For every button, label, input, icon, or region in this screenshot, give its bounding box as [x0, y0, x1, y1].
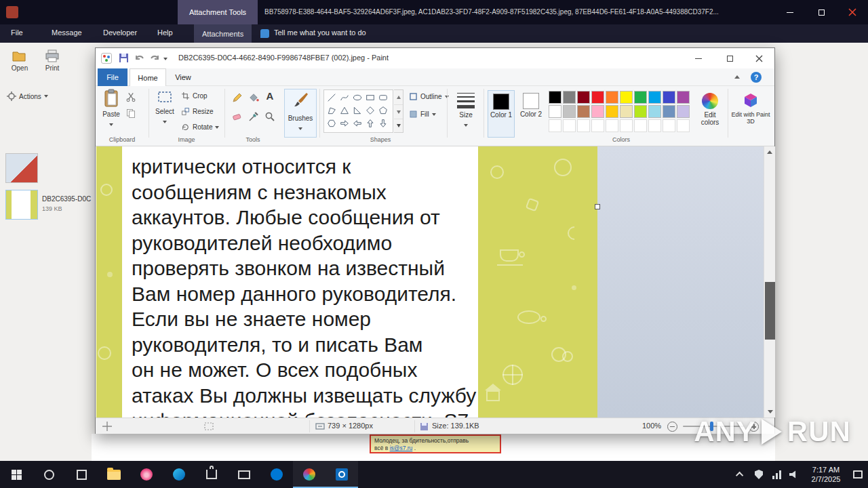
tab-developer[interactable]: Developer	[103, 28, 137, 37]
shape-fill-button[interactable]: Fill	[409, 110, 436, 119]
shape-hexagon-icon[interactable]	[325, 117, 338, 129]
ribbon-collapse-icon[interactable]	[734, 75, 740, 79]
fill-tool[interactable]	[248, 92, 260, 106]
redo-button[interactable]	[149, 54, 160, 66]
palette-color-swatch[interactable]	[677, 105, 690, 118]
outlook-minimize-button[interactable]	[774, 0, 806, 24]
shape-left-arrow-icon[interactable]	[351, 117, 363, 129]
size-button[interactable]: Size	[451, 90, 481, 138]
shape-diamond-icon[interactable]	[363, 104, 376, 117]
zoom-slider-thumb[interactable]	[710, 422, 713, 431]
paint-tab-file[interactable]: File	[98, 68, 127, 86]
shape-line-icon[interactable]	[325, 91, 338, 104]
palette-color-swatch[interactable]	[549, 91, 561, 104]
tab-message[interactable]: Message	[52, 28, 82, 37]
palette-color-swatch[interactable]	[563, 105, 576, 118]
palette-empty-slot[interactable]	[648, 119, 661, 132]
taskbar-outlook[interactable]	[326, 461, 358, 488]
shape-pentagon-icon[interactable]	[376, 104, 389, 117]
edit-colors-button[interactable]: Edit colors	[695, 90, 725, 138]
rotate-button[interactable]: Rotate	[181, 123, 219, 131]
palette-color-swatch[interactable]	[606, 91, 618, 104]
canvas-vertical-scrollbar[interactable]	[764, 146, 775, 418]
task-view-button[interactable]	[65, 461, 98, 488]
shape-triangle-icon[interactable]	[338, 104, 351, 117]
palette-color-swatch[interactable]	[663, 91, 675, 104]
tab-attachments-selected[interactable]: Attachments	[194, 24, 252, 43]
paint-close-button[interactable]	[743, 48, 774, 68]
search-button[interactable]	[33, 461, 65, 488]
shape-right-arrow-icon[interactable]	[338, 117, 351, 129]
palette-empty-slot[interactable]	[620, 119, 633, 132]
shape-down-arrow-icon[interactable]	[376, 117, 389, 129]
tray-hidden-icons-button[interactable]	[731, 461, 750, 488]
palette-empty-slot[interactable]	[677, 119, 690, 132]
cut-button[interactable]	[125, 92, 136, 105]
palette-empty-slot[interactable]	[591, 119, 604, 132]
outlook-maximize-button[interactable]	[806, 0, 837, 24]
resize-button[interactable]: Resize	[181, 107, 214, 116]
taskbar-edge[interactable]	[163, 461, 195, 488]
shape-up-arrow-icon[interactable]	[363, 117, 376, 129]
palette-empty-slot[interactable]	[634, 119, 647, 132]
palette-color-swatch[interactable]	[577, 91, 590, 104]
alert-email-link[interactable]: is@s7.ru	[390, 445, 413, 451]
image-resize-handle[interactable]	[595, 204, 600, 209]
palette-color-swatch[interactable]	[606, 105, 618, 118]
actions-dropdown[interactable]: Actions	[7, 92, 48, 101]
paint-tab-home[interactable]: Home	[130, 68, 166, 86]
color2-button[interactable]: Color 2	[517, 90, 545, 138]
paint-minimize-button[interactable]	[683, 48, 714, 68]
shape-polygon-icon[interactable]	[325, 104, 338, 117]
quick-print-button[interactable]: Print	[37, 48, 68, 86]
palette-color-swatch[interactable]	[648, 91, 661, 104]
scrollbar-thumb[interactable]	[765, 282, 775, 340]
shapes-scroll-up[interactable]	[394, 90, 403, 104]
zoom-out-button[interactable]	[667, 422, 677, 432]
zoom-slider-track[interactable]	[683, 426, 744, 427]
paint-maximize-button[interactable]	[714, 48, 745, 68]
action-center-button[interactable]	[848, 461, 868, 488]
copy-button[interactable]	[125, 108, 136, 121]
scrollbar-up-arrow[interactable]	[764, 146, 775, 158]
shape-curve-icon[interactable]	[338, 91, 351, 104]
palette-color-swatch[interactable]	[577, 105, 590, 118]
undo-button[interactable]	[134, 54, 145, 66]
attachment-thumbnail-1[interactable]	[5, 153, 38, 183]
shape-rounded-rectangle-icon[interactable]	[376, 91, 389, 104]
palette-empty-slot[interactable]	[563, 119, 576, 132]
palette-color-swatch[interactable]	[620, 105, 633, 118]
eraser-tool[interactable]	[231, 110, 243, 125]
magnifier-tool[interactable]	[264, 110, 276, 125]
paste-button[interactable]: Paste	[100, 89, 123, 140]
taskbar-store[interactable]	[195, 461, 228, 488]
quick-access-dropdown-icon[interactable]	[163, 58, 167, 60]
outlook-close-button[interactable]	[837, 0, 868, 24]
shapes-more-button[interactable]	[394, 119, 403, 132]
brushes-button[interactable]: Brushes	[284, 89, 317, 138]
start-button[interactable]	[0, 461, 33, 488]
open-attachment-button[interactable]: Open	[4, 48, 35, 86]
tab-file[interactable]: File	[11, 28, 23, 37]
shape-outline-button[interactable]: Outline	[409, 92, 449, 101]
palette-color-swatch[interactable]	[549, 105, 561, 118]
attachment-thumbnail-2[interactable]	[5, 190, 38, 220]
contextual-tab-attachment-tools[interactable]: Attachment Tools	[178, 0, 258, 24]
scrollbar-down-arrow[interactable]	[764, 406, 775, 418]
tell-me-box[interactable]: Tell me what you want to do	[274, 28, 366, 37]
tab-help[interactable]: Help	[157, 28, 173, 37]
taskbar-photos[interactable]	[130, 461, 163, 488]
taskbar-file-explorer[interactable]	[98, 461, 130, 488]
taskbar-paint[interactable]	[293, 461, 326, 488]
zoom-in-button[interactable]	[749, 422, 759, 432]
palette-color-swatch[interactable]	[591, 91, 604, 104]
palette-empty-slot[interactable]	[577, 119, 590, 132]
palette-empty-slot[interactable]	[606, 119, 618, 132]
crop-button[interactable]: Crop	[181, 92, 208, 100]
taskbar-skype[interactable]	[260, 461, 293, 488]
tray-volume[interactable]	[785, 461, 803, 488]
palette-color-swatch[interactable]	[620, 91, 633, 104]
shape-right-triangle-icon[interactable]	[351, 104, 363, 117]
canvas-image[interactable]: критически относится ксообщениям с незна…	[96, 146, 597, 418]
palette-color-swatch[interactable]	[648, 105, 661, 118]
